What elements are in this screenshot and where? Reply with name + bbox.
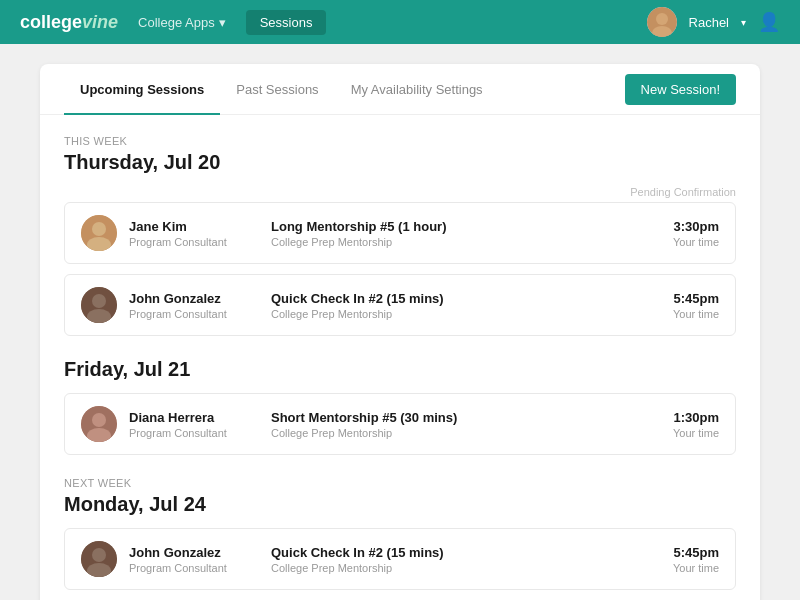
avatar-jane	[81, 215, 117, 251]
session-title-diana: Short Mentorship #5 (30 mins)	[271, 410, 637, 425]
day-section-fri: Friday, Jul 21 Diana Herrera	[64, 358, 736, 455]
pending-text: Pending Confirmation	[630, 186, 736, 198]
day-section-mon: Monday, Jul 24 John Gonzalez	[64, 493, 736, 590]
week-section-this-week: This Week Thursday, Jul 20 Pending Confi…	[64, 135, 736, 455]
tab-availability-settings[interactable]: My Availability Settings	[335, 64, 499, 115]
session-title-jane: Long Mentorship #5 (1 hour)	[271, 219, 637, 234]
session-details-john-thu: Quick Check In #2 (15 mins) College Prep…	[271, 291, 637, 320]
nav-college-apps[interactable]: College Apps ▾	[138, 15, 226, 30]
avatar-john-mon	[81, 541, 117, 577]
session-details-diana: Short Mentorship #5 (30 mins) College Pr…	[271, 410, 637, 439]
content-card: Upcoming Sessions Past Sessions My Avail…	[40, 64, 760, 600]
session-person-john-mon: John Gonzalez Program Consultant	[129, 545, 259, 574]
session-role-diana: Program Consultant	[129, 427, 259, 439]
avatar-diana	[81, 406, 117, 442]
svg-point-1	[656, 13, 668, 25]
session-details-jane: Long Mentorship #5 (1 hour) College Prep…	[271, 219, 637, 248]
svg-point-13	[92, 548, 106, 562]
session-person-john-thu: John Gonzalez Program Consultant	[129, 291, 259, 320]
session-time-john-mon: 5:45pm Your time	[649, 545, 719, 574]
session-title-john-mon: Quick Check In #2 (15 mins)	[271, 545, 637, 560]
avatar	[647, 7, 677, 37]
avatar-john-thu	[81, 287, 117, 323]
session-program-john-mon: College Prep Mentorship	[271, 562, 637, 574]
session-role-jane: Program Consultant	[129, 236, 259, 248]
session-time-val-jane: 3:30pm	[649, 219, 719, 234]
session-time-diana: 1:30pm Your time	[649, 410, 719, 439]
session-program-jane: College Prep Mentorship	[271, 236, 637, 248]
week-section-next-week: Next Week Monday, Jul 24	[64, 477, 736, 590]
week-label-next-week: Next Week	[64, 477, 736, 489]
user-chevron-icon[interactable]: ▾	[741, 17, 746, 28]
session-program-diana: College Prep Mentorship	[271, 427, 637, 439]
session-name-john-thu: John Gonzalez	[129, 291, 259, 306]
sessions-body: This Week Thursday, Jul 20 Pending Confi…	[40, 115, 760, 600]
day-label-thu: Thursday, Jul 20	[64, 151, 736, 174]
day-section-thu: Thursday, Jul 20 Pending Confirmation	[64, 151, 736, 336]
session-name-john-mon: John Gonzalez	[129, 545, 259, 560]
session-time-label-john-thu: Your time	[649, 308, 719, 320]
session-card-john-mon[interactable]: John Gonzalez Program Consultant Quick C…	[64, 528, 736, 590]
session-card-jane[interactable]: Jane Kim Program Consultant Long Mentors…	[64, 202, 736, 264]
session-card-john-thu[interactable]: John Gonzalez Program Consultant Quick C…	[64, 274, 736, 336]
session-name-jane: Jane Kim	[129, 219, 259, 234]
nav-sessions[interactable]: Sessions	[246, 10, 327, 35]
navbar: collegevine College Apps ▾ Sessions Rach…	[0, 0, 800, 44]
session-card-diana[interactable]: Diana Herrera Program Consultant Short M…	[64, 393, 736, 455]
session-time-jane: 3:30pm Your time	[649, 219, 719, 248]
session-time-label-john-mon: Your time	[649, 562, 719, 574]
session-time-val-john-mon: 5:45pm	[649, 545, 719, 560]
logo-text: collegevine	[20, 12, 118, 33]
session-role-john-mon: Program Consultant	[129, 562, 259, 574]
session-person-diana: Diana Herrera Program Consultant	[129, 410, 259, 439]
tabs-header: Upcoming Sessions Past Sessions My Avail…	[40, 64, 760, 115]
session-time-john-thu: 5:45pm Your time	[649, 291, 719, 320]
day-label-mon: Monday, Jul 24	[64, 493, 736, 516]
pending-row: Pending Confirmation	[64, 186, 736, 198]
session-details-john-mon: Quick Check In #2 (15 mins) College Prep…	[271, 545, 637, 574]
college-apps-label: College Apps	[138, 15, 215, 30]
tabs-left: Upcoming Sessions Past Sessions My Avail…	[64, 64, 499, 114]
session-name-diana: Diana Herrera	[129, 410, 259, 425]
session-title-john-thu: Quick Check In #2 (15 mins)	[271, 291, 637, 306]
session-person-jane: Jane Kim Program Consultant	[129, 219, 259, 248]
session-time-label-diana: Your time	[649, 427, 719, 439]
logo[interactable]: collegevine	[20, 12, 118, 33]
sessions-label: Sessions	[260, 15, 313, 30]
tab-upcoming-sessions[interactable]: Upcoming Sessions	[64, 64, 220, 115]
day-label-fri: Friday, Jul 21	[64, 358, 736, 381]
tab-past-sessions[interactable]: Past Sessions	[220, 64, 334, 115]
navbar-left: collegevine College Apps ▾ Sessions	[20, 10, 326, 35]
new-session-button[interactable]: New Session!	[625, 74, 736, 105]
session-time-val-diana: 1:30pm	[649, 410, 719, 425]
svg-point-4	[92, 222, 106, 236]
svg-point-10	[92, 413, 106, 427]
add-user-icon[interactable]: 👤	[758, 11, 780, 33]
main-container: Upcoming Sessions Past Sessions My Avail…	[0, 44, 800, 600]
user-name: Rachel	[689, 15, 729, 30]
session-time-label-jane: Your time	[649, 236, 719, 248]
session-program-john-thu: College Prep Mentorship	[271, 308, 637, 320]
session-role-john-thu: Program Consultant	[129, 308, 259, 320]
session-time-val-john-thu: 5:45pm	[649, 291, 719, 306]
chevron-down-icon: ▾	[219, 15, 226, 30]
week-label-this-week: This Week	[64, 135, 736, 147]
navbar-right: Rachel ▾ 👤	[647, 7, 780, 37]
svg-point-7	[92, 294, 106, 308]
